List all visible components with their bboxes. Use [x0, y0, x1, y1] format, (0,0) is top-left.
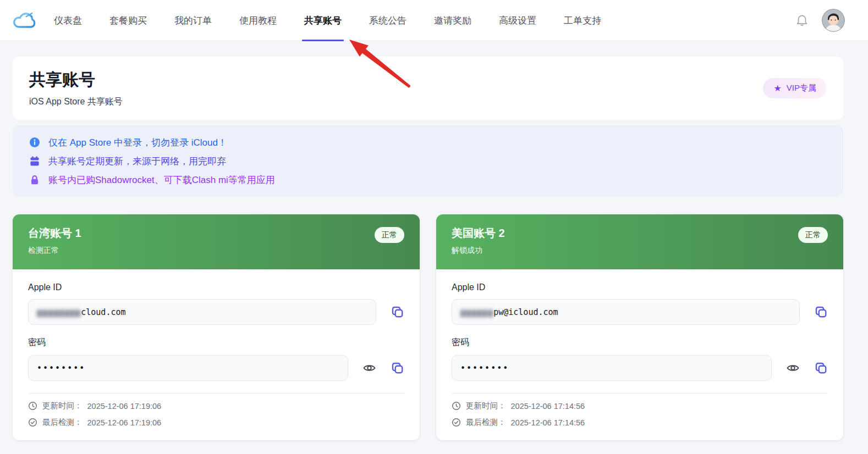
- check-circle-icon: [28, 418, 37, 427]
- star-icon: ★: [773, 84, 781, 93]
- page-title: 共享账号: [29, 69, 123, 91]
- notifications-bell-icon[interactable]: [795, 13, 809, 28]
- password-label: 密码: [28, 337, 404, 348]
- apple-id-value: pw@icloud.com: [493, 307, 558, 317]
- account-subtitle: 解锁成功: [452, 246, 505, 256]
- account-card-taiwan-1: 台湾账号 1 检测正常 正常 Apple ID ▆▆▆▆▆▆▆▆cloud.co…: [13, 214, 420, 440]
- updated-time: 2025-12-06 17:14:56: [511, 402, 585, 411]
- updated-time-row: 更新时间：2025-12-06 17:14:56: [452, 401, 828, 411]
- nav-item-invite-rewards[interactable]: 邀请奖励: [434, 0, 471, 41]
- notice-text: 账号内已购Shadowrocket、可下载Clash mi等常用应用: [48, 174, 275, 186]
- notice-text: 仅在 App Store 中登录，切勿登录 iCloud！: [48, 136, 227, 149]
- apple-id-value: cloud.com: [81, 307, 125, 317]
- divider: [28, 393, 404, 394]
- nav-item-advanced-settings[interactable]: 高级设置: [499, 0, 536, 41]
- apple-id-label: Apple ID: [452, 283, 828, 292]
- nav-item-tutorials[interactable]: 使用教程: [239, 0, 277, 41]
- apple-id-field[interactable]: ▆▆▆▆▆▆▆▆cloud.com: [28, 299, 376, 325]
- redacted-text: ▆▆▆▆▆▆▆▆: [37, 307, 81, 317]
- nav-item-orders[interactable]: 我的订单: [174, 0, 212, 41]
- account-title: 美国账号 2: [452, 226, 505, 241]
- copy-icon: [391, 305, 404, 319]
- notice-panel: 仅在 App Store 中登录，切勿登录 iCloud！ 共享账号定期更新，来…: [13, 125, 843, 197]
- notice-row: 账号内已购Shadowrocket、可下载Clash mi等常用应用: [29, 171, 827, 189]
- account-cards-grid: 台湾账号 1 检测正常 正常 Apple ID ▆▆▆▆▆▆▆▆cloud.co…: [13, 214, 843, 440]
- account-card-header: 台湾账号 1 检测正常 正常: [13, 214, 420, 269]
- toggle-password-visibility-button[interactable]: [786, 361, 800, 375]
- notice-text: 共享账号定期更新，来源于网络，用完即弃: [48, 155, 226, 168]
- account-title: 台湾账号 1: [28, 226, 81, 241]
- info-icon: [29, 137, 40, 148]
- copy-icon: [814, 305, 828, 319]
- vip-badge-label: VIP专属: [787, 83, 816, 93]
- eye-icon: [786, 361, 800, 375]
- copy-icon: [814, 361, 828, 375]
- nav-menu: 仪表盘 套餐购买 我的订单 使用教程 共享账号 系统公告 邀请奖励 高级设置 工…: [54, 0, 601, 41]
- apple-id-field[interactable]: ▆▆▆▆▆▆pw@icloud.com: [452, 299, 800, 325]
- redacted-text: ▆▆▆▆▆▆: [460, 307, 493, 317]
- checked-time-row: 最后检测：2025-12-06 17:19:06: [28, 417, 404, 428]
- account-card-body: Apple ID ▆▆▆▆▆▆pw@icloud.com 密码: [436, 269, 843, 440]
- nav-right-actions: [795, 9, 845, 32]
- vip-badge: ★ VIP专属: [763, 78, 827, 98]
- nav-item-shared-accounts[interactable]: 共享账号: [304, 0, 342, 41]
- top-navigation: 仪表盘 套餐购买 我的订单 使用教程 共享账号 系统公告 邀请奖励 高级设置 工…: [0, 0, 868, 41]
- cloud-logo-icon[interactable]: [11, 9, 37, 32]
- checked-time: 2025-12-06 17:19:06: [87, 418, 162, 427]
- status-badge: 正常: [798, 227, 828, 243]
- account-subtitle: 检测正常: [28, 246, 81, 256]
- checked-time: 2025-12-06 17:14:56: [511, 418, 585, 427]
- nav-item-ticket-support[interactable]: 工单支持: [564, 0, 601, 41]
- apple-id-label: Apple ID: [28, 283, 404, 292]
- password-mask: ••••••••: [460, 363, 509, 373]
- updated-time-row: 更新时间：2025-12-06 17:19:06: [28, 401, 404, 411]
- updated-label: 更新时间：: [466, 401, 506, 411]
- copy-password-button[interactable]: [391, 361, 404, 375]
- check-circle-icon: [452, 418, 461, 427]
- clock-icon: [452, 401, 461, 411]
- account-card-body: Apple ID ▆▆▆▆▆▆▆▆cloud.com 密码: [13, 269, 420, 440]
- password-mask: ••••••••: [37, 363, 85, 373]
- account-card-usa-2: 美国账号 2 解锁成功 正常 Apple ID ▆▆▆▆▆▆pw@icloud.…: [436, 214, 843, 440]
- updated-time: 2025-12-06 17:19:06: [87, 402, 162, 411]
- notice-row: 仅在 App Store 中登录，切勿登录 iCloud！: [29, 134, 827, 151]
- checked-label: 最后检测：: [42, 417, 83, 428]
- user-avatar[interactable]: [822, 9, 845, 32]
- eye-icon: [362, 361, 376, 375]
- toggle-password-visibility-button[interactable]: [362, 361, 376, 375]
- nav-item-announcements[interactable]: 系统公告: [369, 0, 406, 41]
- nav-item-dashboard[interactable]: 仪表盘: [54, 0, 82, 41]
- updated-label: 更新时间：: [42, 401, 83, 411]
- lock-icon: [29, 174, 40, 185]
- password-label: 密码: [452, 337, 828, 348]
- account-card-header: 美国账号 2 解锁成功 正常: [436, 214, 843, 269]
- checked-label: 最后检测：: [466, 417, 506, 428]
- copy-password-button[interactable]: [814, 361, 828, 375]
- main-content: 共享账号 iOS App Store 共享账号 ★ VIP专属 仅在 App S…: [0, 41, 868, 440]
- clock-icon: [28, 401, 37, 411]
- status-badge: 正常: [375, 227, 404, 243]
- checked-time-row: 最后检测：2025-12-06 17:14:56: [452, 417, 828, 428]
- page-subtitle: iOS App Store 共享账号: [29, 96, 123, 108]
- nav-item-plans[interactable]: 套餐购买: [109, 0, 147, 41]
- page-header-card: 共享账号 iOS App Store 共享账号 ★ VIP专属: [13, 57, 843, 120]
- calendar-icon: [29, 156, 40, 167]
- copy-icon: [391, 361, 404, 375]
- password-field[interactable]: ••••••••: [452, 355, 772, 381]
- divider: [452, 393, 828, 394]
- notice-row: 共享账号定期更新，来源于网络，用完即弃: [29, 152, 827, 170]
- copy-apple-id-button[interactable]: [814, 305, 828, 319]
- password-field[interactable]: ••••••••: [28, 355, 348, 381]
- copy-apple-id-button[interactable]: [391, 305, 404, 319]
